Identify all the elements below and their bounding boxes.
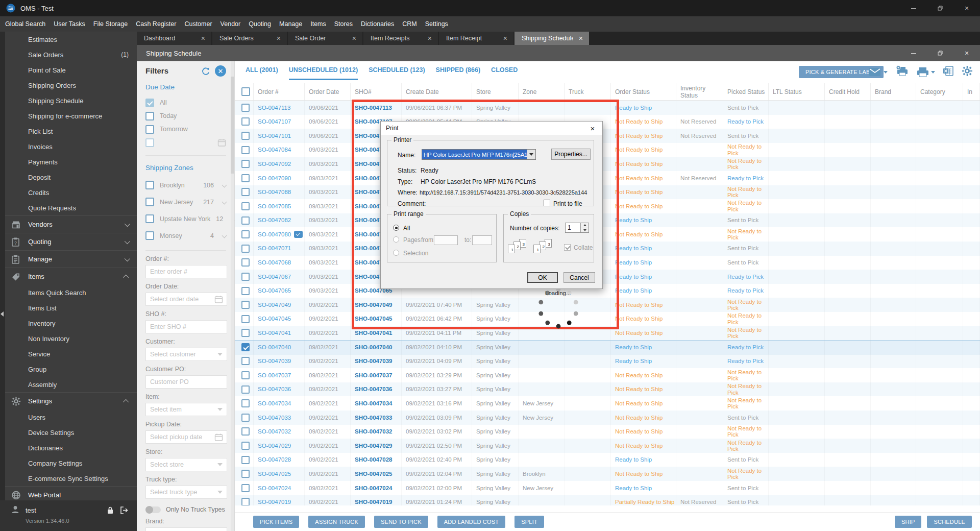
table-row[interactable]: SO-004703909/02/2021SHO-004703909/02/202…: [235, 354, 980, 369]
table-row[interactable]: SO-004703309/02/2021SHO-004703309/02/202…: [235, 411, 980, 425]
combo-dropdown-icon[interactable]: [527, 150, 535, 159]
sho-link[interactable]: SHO-0047025: [355, 471, 393, 477]
maximize-icon[interactable]: [927, 0, 953, 16]
table-row[interactable]: SO-004710709/06/2021SHO-004710709/06/202…: [235, 115, 980, 129]
tab-close-icon[interactable]: ×: [422, 34, 438, 42]
sho-link[interactable]: SHO-0047039: [355, 358, 393, 365]
menu-item-quoting[interactable]: Quoting: [248, 20, 272, 28]
table-row[interactable]: SO-004702509/02/2021SHO-004702509/02/202…: [235, 467, 980, 481]
select-input[interactable]: Select item: [145, 403, 227, 416]
zone-option-brooklyn[interactable]: Brooklyn106: [145, 177, 234, 194]
order-link[interactable]: SO-0047041: [258, 330, 291, 336]
order-link[interactable]: SO-0047085: [258, 203, 291, 210]
sho-link[interactable]: SHO-0047036: [355, 386, 393, 393]
row-checkbox[interactable]: [241, 371, 250, 379]
text-input[interactable]: Enter SHO #: [145, 320, 227, 333]
sho-link[interactable]: SHO-0047019: [355, 499, 393, 505]
row-checkbox[interactable]: [241, 385, 250, 394]
sidebar-item-point-of-sale[interactable]: Point of Sale: [5, 62, 137, 78]
menu-item-dictionaries[interactable]: Dictionaries: [360, 20, 395, 28]
tab-shipping-schedule[interactable]: Shipping Schedule×: [514, 32, 589, 45]
print-dialog-close-icon[interactable]: ×: [583, 122, 602, 135]
range-selection-radio[interactable]: [393, 250, 399, 256]
module-close-icon[interactable]: ×: [953, 45, 980, 61]
row-checkbox[interactable]: [241, 329, 250, 337]
order-link[interactable]: SO-0047040: [258, 344, 291, 351]
sho-link[interactable]: SHO-0047037: [355, 372, 393, 379]
tab-close-icon[interactable]: ×: [346, 34, 362, 42]
date-checkbox[interactable]: [145, 138, 154, 147]
row-checkbox[interactable]: [241, 357, 250, 365]
tab-item-receipts[interactable]: Item Receipts×: [363, 32, 438, 45]
menu-item-items[interactable]: Items: [309, 20, 327, 28]
menu-item-manage[interactable]: Manage: [278, 20, 303, 28]
row-checkbox[interactable]: [241, 470, 250, 478]
zone-option-upstate-new-york[interactable]: Upstate New York12: [145, 210, 234, 227]
order-link[interactable]: SO-0047039: [258, 358, 291, 365]
table-row[interactable]: SO-004703409/02/2021SHO-004703409/02/202…: [235, 396, 980, 411]
tab-sale-order[interactable]: Sale Order×: [288, 32, 362, 45]
order-link[interactable]: SO-0047090: [258, 175, 291, 182]
table-row[interactable]: SO-004704109/02/2021SHO-004704109/02/202…: [235, 326, 980, 341]
order-link[interactable]: SO-0047088: [258, 189, 291, 196]
date-input[interactable]: Select pickup date: [145, 430, 227, 444]
sidebar-collapse-icon[interactable]: [1, 311, 4, 317]
menu-item-vendor[interactable]: Vendor: [219, 20, 242, 28]
sho-link[interactable]: SHO-0047033: [355, 415, 393, 421]
row-checkbox[interactable]: [241, 484, 250, 492]
text-input[interactable]: Enter order #: [145, 265, 227, 278]
pick-items-button[interactable]: PICK ITEMS: [253, 516, 299, 528]
print-to-file-checkbox[interactable]: [544, 200, 550, 206]
order-link[interactable]: SO-0047080: [258, 231, 291, 238]
order-link[interactable]: SO-0047037: [258, 372, 291, 379]
table-row[interactable]: SO-004709009/03/2021SHO-0047090Not Ready…: [235, 171, 980, 185]
excel-export-icon[interactable]: [943, 65, 954, 79]
menu-item-settings[interactable]: Settings: [424, 20, 449, 28]
order-link[interactable]: SO-0047092: [258, 161, 291, 167]
select-input[interactable]: Select customer: [145, 348, 227, 361]
table-row[interactable]: SO-004706509/03/2021SHO-0047065Ready to …: [235, 284, 980, 298]
send-to-pick-button[interactable]: SEND TO PICK: [374, 516, 428, 528]
sidebar-item-quote-requests[interactable]: Quote Requests: [5, 200, 137, 215]
status-tab-shipped-866[interactable]: SHIPPED (866): [436, 66, 481, 80]
order-link[interactable]: SO-0047025: [258, 471, 291, 477]
zone-option-monsey[interactable]: Monsey4: [145, 227, 234, 244]
sidebar-item-inventory[interactable]: Inventory: [5, 316, 137, 331]
row-checkbox[interactable]: [241, 245, 250, 253]
sidebar-item-group[interactable]: Group: [5, 361, 137, 377]
order-link[interactable]: SO-0047024: [258, 485, 291, 492]
sidebar-item-vendors[interactable]: Vendors: [5, 216, 137, 233]
sidebar-item-shipping-schedule[interactable]: Shipping Schedule: [5, 93, 137, 108]
pages-to-input[interactable]: [472, 235, 492, 245]
sidebar-item-e-commerce-sync-settings[interactable]: E-commerce Sync Settings: [5, 471, 137, 486]
row-checkbox[interactable]: [241, 399, 250, 407]
module-minimize-icon[interactable]: [900, 45, 927, 61]
label-printer-button[interactable]: [895, 65, 909, 79]
filters-close-icon[interactable]: ✕: [215, 65, 226, 77]
sidebar-item-invoices[interactable]: Invoices: [5, 139, 137, 154]
sidebar-item-shipping-for-e-commerce[interactable]: Shipping for e-commerce: [5, 108, 137, 124]
sidebar-item-settings[interactable]: Settings: [5, 393, 137, 409]
checkbox[interactable]: [145, 181, 154, 189]
row-checkbox[interactable]: [241, 117, 250, 126]
row-checkbox[interactable]: [241, 498, 250, 505]
table-row[interactable]: SO-004704509/02/2021SHO-004704509/02/202…: [235, 312, 980, 326]
table-row[interactable]: SO-004702409/02/2021SHO-004702409/02/202…: [235, 481, 980, 495]
status-tab-scheduled-123[interactable]: SCHEDULED (123): [369, 66, 425, 80]
tab-dashboard[interactable]: Dashboard×: [137, 32, 211, 45]
checkbox[interactable]: [145, 214, 154, 223]
sidebar-item-deposit[interactable]: Deposit: [5, 170, 137, 185]
table-row[interactable]: SO-004708409/03/2021SHO-0047084Not Ready…: [235, 143, 980, 157]
sho-link[interactable]: SHO-0047024: [355, 485, 393, 492]
row-checkbox-checked[interactable]: [241, 343, 250, 351]
status-tab-closed[interactable]: CLOSED: [491, 66, 518, 80]
order-link[interactable]: SO-0047065: [258, 287, 291, 294]
sidebar-item-service[interactable]: Service: [5, 346, 137, 361]
order-link[interactable]: SO-0047049: [258, 302, 291, 308]
sho-link[interactable]: SHO-0047028: [355, 456, 393, 463]
order-link[interactable]: SO-0047033: [258, 415, 291, 421]
order-link[interactable]: SO-0047082: [258, 217, 291, 224]
sho-link[interactable]: SHO-0047045: [355, 316, 393, 322]
calendar-icon[interactable]: [214, 295, 223, 304]
sidebar-item-items-list[interactable]: Items List: [5, 300, 137, 316]
